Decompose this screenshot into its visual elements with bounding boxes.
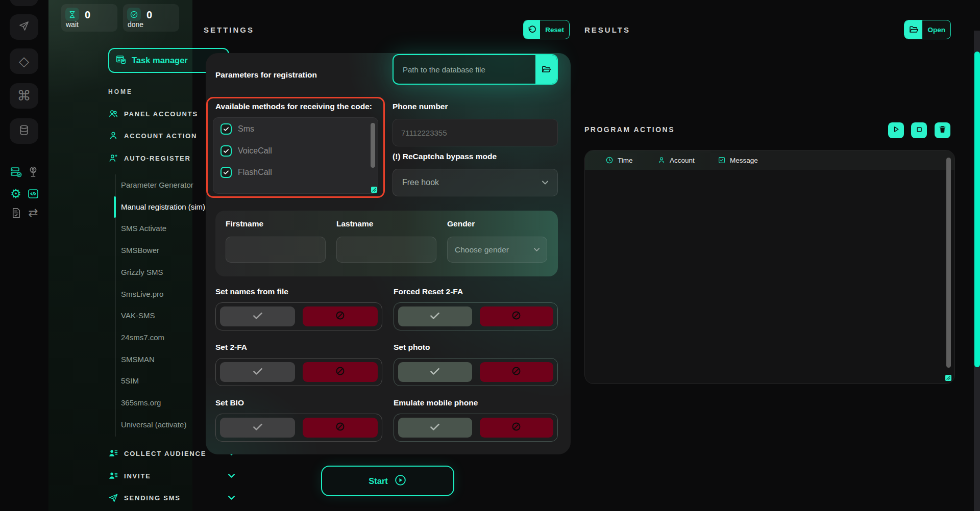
chevron-down-icon <box>228 474 235 478</box>
submenu-universal-activate[interactable]: Universal (activate) <box>121 420 186 429</box>
start-button[interactable]: Start <box>321 466 454 496</box>
allow-option-button[interactable] <box>220 306 295 326</box>
submenu-smsbower[interactable]: SMSBower <box>121 246 159 254</box>
reset-button[interactable]: Reset <box>523 20 570 39</box>
clock-icon <box>605 156 614 164</box>
message-check-icon <box>718 156 726 164</box>
checkbox-checked-icon[interactable] <box>220 167 232 178</box>
recaptcha-selected-value: Free hook <box>402 178 439 187</box>
recaptcha-select[interactable]: Free hook <box>393 169 558 196</box>
submenu-5sim[interactable]: 5SIM <box>121 376 139 385</box>
phone-label: Phone number <box>393 102 448 111</box>
checkbox-checked-icon[interactable] <box>220 145 232 157</box>
user-icon <box>657 156 666 164</box>
server-check-icon[interactable] <box>9 165 22 178</box>
allow-option-button[interactable] <box>398 306 472 326</box>
reset-label: Reset <box>540 20 569 39</box>
folder-open-icon <box>904 20 922 39</box>
submenu-365sms[interactable]: 365sms.org <box>121 398 161 407</box>
methods-label: Available methods for receiving the code… <box>215 102 372 111</box>
sidebar-item-sending-sms[interactable]: SENDING SMS <box>108 491 235 504</box>
set-2fa-label: Set 2-FA <box>215 343 247 352</box>
checkbox-checked-icon[interactable] <box>220 123 232 135</box>
trash-button[interactable] <box>935 122 950 138</box>
gender-label: Gender <box>447 219 475 228</box>
set-bio-toggle <box>215 414 382 442</box>
forced-reset-2fa-toggle <box>394 302 558 330</box>
command-rail-button[interactable]: ⌘ <box>10 83 38 109</box>
audience-icon <box>108 448 118 458</box>
submenu-grizzly-sms[interactable]: Grizzly SMS <box>121 268 163 276</box>
settings-card: Parameters for registration Available me… <box>206 53 571 454</box>
block-option-button[interactable] <box>480 306 554 326</box>
database-rail-button[interactable] <box>10 118 38 144</box>
allow-option-button[interactable] <box>398 362 472 382</box>
page-scrollbar-thumb[interactable] <box>974 52 980 367</box>
stop-button[interactable] <box>911 122 927 138</box>
params-title: Parameters for registration <box>215 70 317 80</box>
document-check-icon[interactable] <box>9 206 22 219</box>
submenu-24sms7[interactable]: 24sms7.com <box>121 333 164 342</box>
open-button[interactable]: Open <box>904 20 951 39</box>
set-names-from-file-label: Set names from file <box>215 287 288 296</box>
allow-option-button[interactable] <box>220 362 295 382</box>
recaptcha-label: (!) ReCaptcha bypass mode <box>393 152 497 161</box>
submenu-smsman[interactable]: SMSMAN <box>121 355 155 364</box>
send-rail-button[interactable] <box>10 14 38 40</box>
submenu-sms-activate[interactable]: SMS Activate <box>121 224 166 233</box>
db-path-input[interactable] <box>394 55 535 84</box>
resize-grip-icon[interactable] <box>945 375 951 381</box>
firstname-label: Firstname <box>226 219 263 228</box>
block-icon <box>511 421 522 434</box>
allow-option-button[interactable] <box>220 418 295 438</box>
account-stand-icon[interactable] <box>27 165 40 178</box>
invite-icon <box>108 471 118 481</box>
play-icon <box>892 125 900 136</box>
done-counter-card: 0 done <box>123 4 179 32</box>
emulate-mobile-phone-toggle <box>394 414 558 442</box>
table-header-row: Time Account Message <box>585 150 954 170</box>
program-actions-table: Time Account Message <box>584 150 955 384</box>
play-button[interactable] <box>888 122 904 138</box>
column-account: Account <box>657 150 695 170</box>
task-manager-icon <box>115 54 127 67</box>
names-card: Firstname Lastname Gender Choose gender <box>215 211 558 276</box>
block-option-button[interactable] <box>303 418 378 438</box>
table-scrollbar[interactable] <box>946 158 951 368</box>
sidebar-item-invite[interactable]: INVITE <box>108 469 235 482</box>
submenu-vak-sms[interactable]: VAK-SMS <box>121 311 155 320</box>
gender-placeholder: Choose gender <box>455 245 509 254</box>
submenu-manual-registration-sim[interactable]: Manual registration (sim) <box>121 202 205 211</box>
lastname-input[interactable] <box>336 237 436 263</box>
forced-reset-2fa-label: Forced Reset 2-FA <box>394 287 463 296</box>
results-title: RESULTS <box>584 25 630 34</box>
methods-listbox: Sms VoiceCall FlashCall <box>213 117 378 194</box>
rail-partial-button[interactable] <box>10 0 38 6</box>
listbox-scrollbar[interactable] <box>371 123 375 168</box>
column-message: Message <box>718 150 758 170</box>
firstname-input[interactable] <box>226 237 326 263</box>
block-icon <box>511 310 522 323</box>
allow-option-button[interactable] <box>398 418 472 438</box>
chevron-down-icon <box>542 181 548 185</box>
folder-icon[interactable] <box>535 55 557 84</box>
program-actions-title: PROGRAM ACTIONS <box>584 125 675 134</box>
set-bio-label: Set BIO <box>215 398 244 407</box>
diamond-rail-button[interactable]: ◇ <box>10 48 38 74</box>
block-option-button[interactable] <box>303 362 378 382</box>
phone-input[interactable] <box>393 119 558 146</box>
gear-icon[interactable]: ⚙ <box>9 187 22 200</box>
code-window-icon[interactable] <box>27 187 40 200</box>
swap-icon[interactable]: ⇄ <box>27 206 40 219</box>
submenu-smslive-pro[interactable]: SmsLive.pro <box>121 290 163 298</box>
app-rail: ◇ ⌘ ⚙ ⇄ <box>0 0 48 511</box>
submenu-parameter-generator[interactable]: Parameter Generator <box>121 181 193 189</box>
resize-grip-icon[interactable] <box>371 187 377 193</box>
set-names-from-file-toggle <box>215 302 382 330</box>
block-icon <box>335 421 346 434</box>
block-option-button[interactable] <box>303 306 378 326</box>
gender-select[interactable]: Choose gender <box>447 237 547 263</box>
method-row-sms: Sms <box>220 122 254 136</box>
block-option-button[interactable] <box>480 418 554 438</box>
block-option-button[interactable] <box>480 362 554 382</box>
